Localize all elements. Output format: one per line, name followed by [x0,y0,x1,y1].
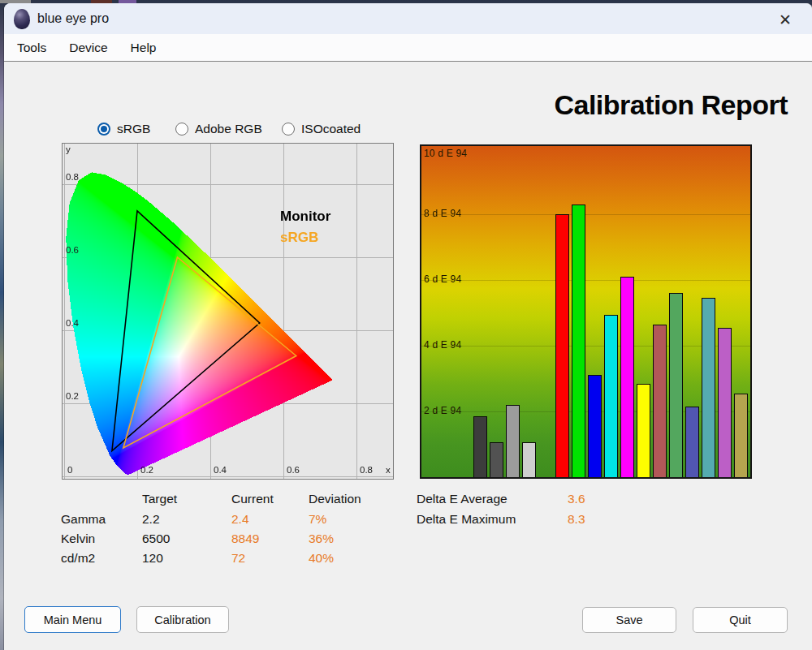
menu-bar: Tools Device Help [4,34,812,61]
cdm2-deviation: 40% [309,551,334,566]
menu-item-help[interactable]: Help [119,37,168,59]
main-menu-button[interactable]: Main Menu [24,606,121,633]
gamma-target: 2.2 [142,512,160,527]
legend-srgb-label: sRGB [280,230,318,246]
delta-e-bar [653,325,667,477]
legend-monitor-label: Monitor [280,209,330,225]
title-bar: blue eye pro ✕ [4,3,812,34]
cie-chromaticity-chart: 00.20.40.60.80.20.40.60.8yx [62,143,394,480]
delta-e-axis-tick: 6 d E 94 [424,273,461,285]
close-icon[interactable]: ✕ [773,9,797,30]
delta-e-bar [490,442,503,477]
menu-item-device[interactable]: Device [58,37,119,59]
row-label-cdm2: cd/m2 [61,551,95,566]
delta-e-bar [588,375,602,477]
radio-adobe-rgb[interactable]: Adobe RGB [175,122,262,136]
delta-e-bar [718,328,732,477]
gamma-current: 2.4 [231,512,249,527]
delta-e-bar-chart: 10 d E 948 d E 946 d E 944 d E 942 d E 9… [420,144,752,479]
row-label-kelvin: Kelvin [61,532,95,546]
radio-label: ISOcoated [301,122,361,136]
delta-e-bar [572,204,585,477]
radio-icon [97,123,110,136]
page-title: Calibration Report [479,89,788,121]
cdm2-current: 72 [231,551,245,566]
delta-e-bar [555,214,569,477]
x-axis-tick: 0.6 [287,465,300,475]
cie-canvas [63,144,393,479]
delta-e-maximum-label: Delta E Maximum [417,512,516,527]
gamma-deviation: 7% [309,512,326,527]
gridline [421,214,750,215]
col-header-current: Current [231,492,274,506]
kelvin-target: 6500 [142,532,170,546]
x-axis-label: x [386,465,391,475]
delta-e-bar [702,298,715,477]
delta-e-bar [637,384,650,477]
radio-srgb[interactable]: sRGB [97,122,150,136]
delta-e-bar [473,416,487,477]
cdm2-target: 120 [142,551,163,566]
delta-e-bar [620,277,634,477]
y-axis-label: y [66,144,71,154]
y-axis-tick: 0.8 [66,172,79,182]
kelvin-current: 8849 [231,532,259,546]
delta-e-maximum-value: 8.3 [568,512,585,527]
app-window: blue eye pro ✕ Tools Device Help Calibra… [4,3,812,650]
desktop-background: blue eye pro ✕ Tools Device Help Calibra… [0,0,812,650]
x-axis-tick: 0.4 [214,465,227,475]
app-icon [14,9,30,29]
menu-item-tools[interactable]: Tools [6,37,58,59]
gridline [421,280,750,281]
window-title: blue eye pro [37,11,109,26]
col-header-deviation: Deviation [309,492,361,506]
delta-e-bar [522,442,536,477]
radio-icon [175,123,188,136]
kelvin-deviation: 36% [309,532,334,546]
x-axis-tick: 0 [67,465,72,475]
delta-e-axis-tick: 10 d E 94 [424,148,467,159]
delta-e-bar [604,315,618,477]
row-label-gamma: Gamma [61,512,106,527]
delta-e-axis-tick: 2 d E 94 [424,405,461,416]
y-axis-tick: 0.4 [66,318,79,328]
radio-isocoated[interactable]: ISOcoated [282,122,361,136]
x-axis-tick: 0.2 [140,465,153,475]
radio-label: sRGB [117,122,150,136]
radio-label: Adobe RGB [195,122,262,136]
x-axis-tick: 0.8 [360,465,373,475]
delta-e-average-value: 3.6 [568,492,585,506]
y-axis-tick: 0.6 [66,245,79,255]
delta-e-bar [734,394,748,477]
delta-e-bar [669,293,683,477]
delta-e-axis-tick: 8 d E 94 [424,208,461,219]
delta-e-axis-tick: 4 d E 94 [424,339,461,351]
y-axis-tick: 0.2 [66,391,79,401]
calibration-button[interactable]: Calibration [136,606,229,633]
quit-button[interactable]: Quit [693,607,788,633]
delta-e-bar [685,407,699,477]
col-header-target: Target [142,492,177,506]
delta-e-average-label: Delta E Average [417,492,508,506]
delta-e-bar [506,405,520,477]
save-button[interactable]: Save [582,607,676,633]
radio-icon [282,123,295,136]
